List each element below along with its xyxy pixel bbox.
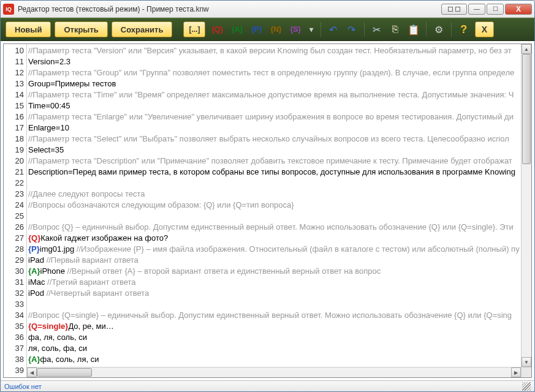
- code-line[interactable]: Time=00:45: [28, 100, 530, 111]
- line-number: 19: [4, 145, 24, 156]
- cut-icon[interactable]: ✂: [370, 22, 384, 37]
- line-number: 28: [4, 244, 24, 255]
- vertical-scrollbar[interactable]: ▲ ▼: [521, 44, 531, 367]
- vscroll-thumb[interactable]: [522, 54, 531, 164]
- line-number: 29: [4, 255, 24, 266]
- paste-icon[interactable]: 📋: [406, 22, 421, 37]
- exit-button[interactable]: X: [475, 21, 494, 37]
- line-gutter: 1011121314151617181920212223242526272829…: [4, 44, 27, 377]
- close-button[interactable]: X: [505, 4, 532, 15]
- line-number: 27: [4, 233, 24, 244]
- code-line[interactable]: {P}img01.jpg //Изображение {P} – имя фай…: [28, 244, 530, 255]
- line-number: 22: [4, 178, 24, 189]
- line-number: 26: [4, 222, 24, 233]
- window-controls: — ☐ X: [441, 4, 532, 15]
- code-line[interactable]: //Параметр теста "Version" или "Версия" …: [28, 45, 530, 56]
- line-number: 35: [4, 321, 24, 332]
- line-number: 21: [4, 167, 24, 178]
- code-line[interactable]: //Параметр теста "Enlarge" или "Увеличен…: [28, 111, 530, 123]
- line-number: 16: [4, 111, 24, 123]
- code-line[interactable]: Description=Перед вами пример теста, в к…: [28, 167, 530, 178]
- horizontal-scrollbar[interactable]: ◀ ▶: [27, 367, 521, 377]
- code-line[interactable]: {A}фа, соль, ля, си: [28, 354, 530, 365]
- line-number: 14: [4, 89, 24, 100]
- minimize-button[interactable]: —: [468, 4, 485, 15]
- code-line[interactable]: фа, ля, соль, си: [28, 332, 530, 343]
- code-line[interactable]: //Параметр теста "Time" или "Время" опре…: [28, 89, 530, 100]
- tag-n-button[interactable]: {N}: [268, 25, 284, 34]
- code-line[interactable]: //Вопросы обозначаются следующим образом…: [28, 200, 530, 211]
- redo-icon[interactable]: ↷: [344, 22, 359, 37]
- tag-s-button[interactable]: {S}: [287, 25, 303, 34]
- line-number: 33: [4, 299, 24, 310]
- copy-icon[interactable]: ⎘: [388, 22, 403, 37]
- undo-icon[interactable]: ↶: [326, 22, 341, 37]
- line-number: 23: [4, 189, 24, 200]
- line-number: 17: [4, 123, 24, 134]
- code-line[interactable]: [28, 299, 530, 310]
- code-line[interactable]: //Параметр теста "Description" или "Прим…: [28, 156, 530, 167]
- line-number: 40: [4, 376, 24, 378]
- code-line[interactable]: {Q}Какой гаджет изображен на фото?: [28, 233, 530, 244]
- settings-icon[interactable]: ⚙: [431, 22, 446, 37]
- titlebar: IQ Редактор тестов (текстовый режим) - П…: [1, 1, 534, 18]
- code-area[interactable]: //Параметр теста "Version" или "Версия" …: [27, 44, 531, 377]
- tag-p-button[interactable]: {P}: [249, 25, 264, 34]
- line-number: 25: [4, 211, 24, 222]
- new-button[interactable]: Новый: [6, 21, 51, 37]
- line-number: 37: [4, 343, 24, 354]
- line-number: 34: [4, 310, 24, 321]
- code-line[interactable]: iPad //Первый вариант ответа: [28, 255, 530, 266]
- line-number: 20: [4, 156, 24, 167]
- code-line[interactable]: Group=Примеры тестов: [28, 78, 530, 89]
- code-line[interactable]: //Далее следуют вопросы теста: [28, 189, 530, 200]
- code-line[interactable]: {A}iPhone //Верный ответ {A} – второй ва…: [28, 266, 530, 277]
- code-line[interactable]: //Параметр теста "Group" или "Группа" по…: [28, 67, 530, 78]
- insert-button[interactable]: [...]: [183, 21, 205, 37]
- window-title: Редактор тестов (текстовый режим) - Прим…: [18, 5, 441, 13]
- line-number: 24: [4, 200, 24, 211]
- scroll-corner: [521, 367, 531, 377]
- line-number: 30: [4, 266, 24, 277]
- tag-more-button[interactable]: ▾: [307, 25, 316, 34]
- code-line[interactable]: iMac //Третий вариант ответа: [28, 277, 530, 288]
- help-icon[interactable]: ?: [457, 22, 471, 37]
- line-number: 12: [4, 67, 24, 78]
- code-line[interactable]: Version=2.3: [28, 56, 530, 67]
- code-line[interactable]: //Вопрос {Q} – единичный выбор. Допустим…: [28, 222, 530, 233]
- scroll-down-icon[interactable]: ▼: [522, 357, 531, 367]
- editor: 1011121314151617181920212223242526272829…: [3, 43, 532, 378]
- statusbar: Ошибок нет: [1, 380, 534, 391]
- scroll-up-icon[interactable]: ▲: [522, 44, 531, 54]
- code-line[interactable]: iPod //Четвертый вариант ответа: [28, 288, 530, 299]
- code-line[interactable]: //Вопрос {Q=single} – единичный выбор. Д…: [28, 310, 530, 321]
- code-line[interactable]: [28, 178, 530, 189]
- line-number: 32: [4, 288, 24, 299]
- maximize-button[interactable]: ☐: [487, 4, 504, 15]
- line-number: 10: [4, 45, 24, 56]
- line-number: 39: [4, 365, 24, 376]
- code-line[interactable]: //Параметр теста "Select" или "Выбрать" …: [28, 134, 530, 145]
- hscroll-thumb[interactable]: [37, 368, 92, 377]
- save-button[interactable]: Сохранить: [112, 21, 173, 37]
- line-number: 11: [4, 56, 24, 67]
- line-number: 36: [4, 332, 24, 343]
- code-line[interactable]: [28, 211, 530, 222]
- scroll-left-icon[interactable]: ◀: [27, 368, 37, 377]
- code-line[interactable]: Enlarge=10: [28, 123, 530, 134]
- resize-grip-icon[interactable]: [522, 382, 531, 391]
- tag-a-button[interactable]: {A}: [229, 25, 245, 34]
- line-number: 38: [4, 354, 24, 365]
- tag-q-button[interactable]: {Q}: [209, 25, 226, 34]
- window-aux-button[interactable]: [441, 4, 467, 15]
- code-line[interactable]: {Q=single}До, ре, ми…: [28, 321, 530, 332]
- app-window: IQ Редактор тестов (текстовый режим) - П…: [0, 0, 535, 392]
- line-number: 15: [4, 100, 24, 111]
- open-button[interactable]: Открыть: [55, 21, 107, 37]
- scroll-right-icon[interactable]: ▶: [511, 368, 521, 377]
- line-number: 18: [4, 134, 24, 145]
- line-number: 13: [4, 78, 24, 89]
- code-line[interactable]: ля, соль, фа, си: [28, 343, 530, 354]
- line-number: 31: [4, 277, 24, 288]
- code-line[interactable]: Select=35: [28, 145, 530, 156]
